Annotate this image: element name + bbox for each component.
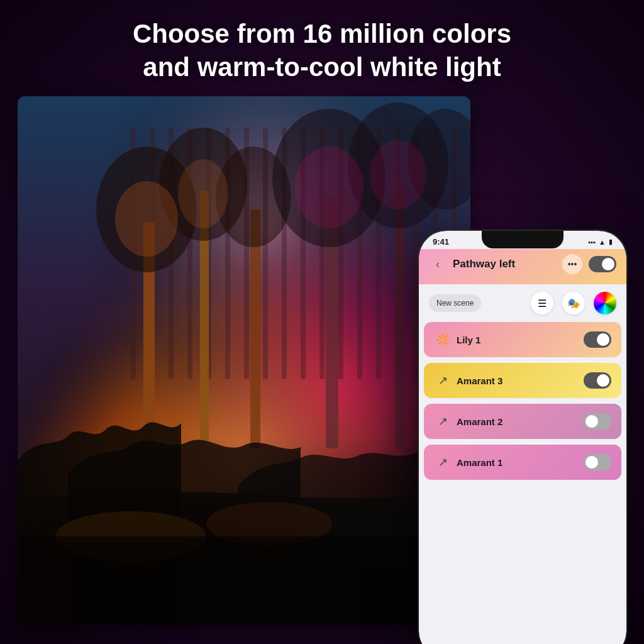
list-view-button[interactable]: ☰ xyxy=(531,292,553,314)
svg-rect-38 xyxy=(18,499,470,625)
headline-line2: and warm-to-cool white light xyxy=(143,52,501,82)
scene-icon: 🎭 xyxy=(567,297,580,309)
amarant2-toggle[interactable] xyxy=(584,413,611,430)
new-scene-button[interactable]: New scene xyxy=(429,294,481,312)
lily-icon: 🔆 xyxy=(434,331,452,348)
svg-point-37 xyxy=(370,140,426,209)
wifi-icon: ▲ xyxy=(599,238,606,246)
lily-name: Lily 1 xyxy=(457,335,584,345)
separator-2 xyxy=(429,402,616,402)
app-header: ‹ Pathway left ••• xyxy=(419,249,626,284)
separator-3 xyxy=(429,443,616,443)
header: Choose from 16 million colors and warm-t… xyxy=(0,0,644,96)
garden-photo xyxy=(18,96,470,625)
app-title: Pathway left xyxy=(453,258,556,270)
svg-point-39 xyxy=(55,511,206,562)
list-item[interactable]: ↗ Amarant 1 xyxy=(424,445,621,480)
lights-list: 🔆 Lily 1 ↗ Amarant 3 ↗ Amarant 2 xyxy=(419,322,626,482)
amarant3-name: Amarant 3 xyxy=(457,375,584,386)
lily-toggle[interactable] xyxy=(584,331,611,348)
scene-button[interactable]: 🎭 xyxy=(562,292,585,314)
svg-rect-41 xyxy=(18,536,470,625)
garden-svg xyxy=(18,96,470,625)
amarant1-name: Amarant 1 xyxy=(457,457,584,468)
phone-bottom-fade xyxy=(419,608,626,644)
signal-icon: ▪▪▪ xyxy=(588,238,596,246)
list-item[interactable]: ↗ Amarant 3 xyxy=(424,363,621,398)
room-power-toggle[interactable] xyxy=(589,256,616,272)
headline-line1: Choose from 16 million colors xyxy=(133,19,511,48)
battery-icon: ▮ xyxy=(609,238,613,246)
back-button[interactable]: ‹ xyxy=(429,255,447,273)
svg-point-35 xyxy=(178,159,228,228)
controls-row: New scene ☰ 🎭 xyxy=(419,284,626,322)
main-content: 9:41 ▪▪▪ ▲ ▮ ‹ Pathway left ••• New scen… xyxy=(0,96,644,644)
amarant2-icon: ↗ xyxy=(434,413,452,430)
separator-1 xyxy=(429,361,616,362)
more-button[interactable]: ••• xyxy=(562,254,582,274)
phone-notch xyxy=(482,231,564,248)
amarant3-icon: ↗ xyxy=(434,372,452,389)
list-icon: ☰ xyxy=(538,297,547,309)
list-item[interactable]: 🔆 Lily 1 xyxy=(424,322,621,357)
headline: Choose from 16 million colors and warm-t… xyxy=(38,18,606,84)
amarant2-name: Amarant 2 xyxy=(457,416,584,427)
amarant1-toggle[interactable] xyxy=(584,454,611,470)
phone-mockup: 9:41 ▪▪▪ ▲ ▮ ‹ Pathway left ••• New scen… xyxy=(419,231,626,644)
list-item[interactable]: ↗ Amarant 2 xyxy=(424,404,621,439)
amarant3-toggle[interactable] xyxy=(584,372,611,389)
color-button[interactable] xyxy=(594,292,616,314)
status-time: 9:41 xyxy=(433,237,449,247)
phone-screen: 9:41 ▪▪▪ ▲ ▮ ‹ Pathway left ••• New scen… xyxy=(419,231,626,644)
svg-point-36 xyxy=(294,147,364,228)
svg-point-34 xyxy=(115,181,178,257)
amarant1-icon: ↗ xyxy=(434,453,452,471)
svg-point-40 xyxy=(206,502,332,546)
status-icons: ▪▪▪ ▲ ▮ xyxy=(588,238,613,246)
